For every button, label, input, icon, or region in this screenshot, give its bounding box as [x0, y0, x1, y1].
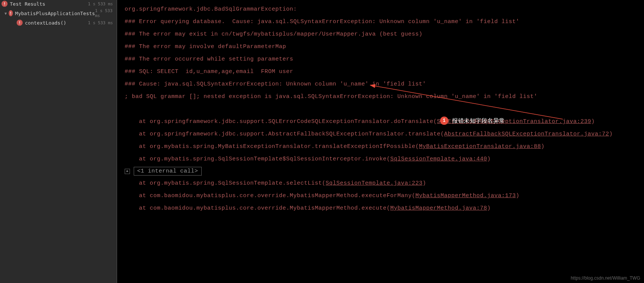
stack-line: at com.baomidou.mybatisplus.core.overrid… — [125, 190, 636, 202]
exception-header: org.springframework.jdbc.BadSqlGrammarEx… — [125, 3, 636, 16]
fail-icon: ! — [2, 1, 8, 7]
tree-class[interactable]: ▼ ! MybatisPlusApplicationTests 1 s 533 … — [0, 8, 117, 19]
tree-class-label: MybatisPlusApplicationTests — [15, 11, 95, 16]
code-link[interactable]: MyBatisExceptionTranslator.java:88 — [419, 143, 541, 150]
tree-root-label: Test Results — [10, 1, 88, 7]
code-link[interactable]: AbstractFallbackSQLExceptionTranslator.j… — [444, 131, 609, 137]
fail-icon: ! — [9, 10, 13, 16]
empty-line — [125, 103, 636, 115]
tree-root[interactable]: ! Test Results 1 s 533 ms — [0, 0, 117, 8]
error-sql: ### SQL: SELECT id,u_name,age,email FROM… — [125, 65, 636, 78]
annotation-callout: 1 报错未知字段名异常 — [440, 117, 505, 125]
code-link[interactable]: SqlSessionTemplate.java:440 — [390, 156, 487, 162]
error-param-map: ### The error may involve defaultParamet… — [125, 40, 636, 53]
expand-icon[interactable]: + — [125, 169, 130, 174]
stack-line: at org.springframework.jdbc.support.Abst… — [125, 128, 636, 140]
stack-line: at org.mybatis.spring.SqlSessionTemplate… — [125, 177, 636, 190]
fold-row: + <1 internal call> — [125, 167, 202, 176]
fold-label[interactable]: <1 internal call> — [134, 167, 202, 176]
code-link[interactable]: MybatisMapperMethod.java:173 — [415, 193, 516, 199]
stack-line: at org.mybatis.spring.SqlSessionTemplate… — [125, 153, 636, 165]
stack-line: at org.springframework.jdbc.support.SQLE… — [125, 115, 636, 128]
test-results-sidebar: ! Test Results 1 s 533 ms ▼ ! MybatisPlu… — [0, 0, 117, 283]
error-location: ### The error may exist in cn/twgfs/myba… — [125, 28, 636, 40]
annotation-text: 报错未知字段名异常 — [452, 117, 505, 124]
fail-icon: ! — [17, 20, 23, 26]
tree-root-time: 1 s 533 ms — [88, 2, 115, 6]
stack-line: at com.baomidou.mybatisplus.core.overrid… — [125, 202, 636, 215]
code-link[interactable]: MybatisMapperMethod.java:78 — [390, 205, 487, 211]
code-link[interactable]: SqlSessionTemplate.java:223 — [326, 180, 423, 187]
tree-class-time: 1 s 533 ms — [95, 8, 115, 18]
tree-method[interactable]: ! contextLoads() 1 s 533 ms — [0, 19, 117, 26]
chevron-down-icon[interactable]: ▼ — [5, 11, 8, 16]
tree-method-time: 1 s 533 ms — [88, 20, 115, 25]
watermark: https://blog.csdn.net/William_TWG — [571, 275, 640, 281]
stack-line: at org.mybatis.spring.MyBatisExceptionTr… — [125, 140, 636, 153]
annotation-number: 1 — [440, 117, 448, 125]
error-cause: ### Error querying database. Cause: java… — [125, 16, 636, 28]
error-cause2: ### Cause: java.sql.SQLSyntaxErrorExcept… — [125, 78, 636, 90]
nested-exception: ; bad SQL grammar []; nested exception i… — [125, 90, 636, 103]
tree-method-label: contextLoads() — [25, 20, 88, 26]
console-output[interactable]: org.springframework.jdbc.BadSqlGrammarEx… — [117, 0, 644, 283]
error-occurred: ### The error occurred while setting par… — [125, 53, 636, 65]
